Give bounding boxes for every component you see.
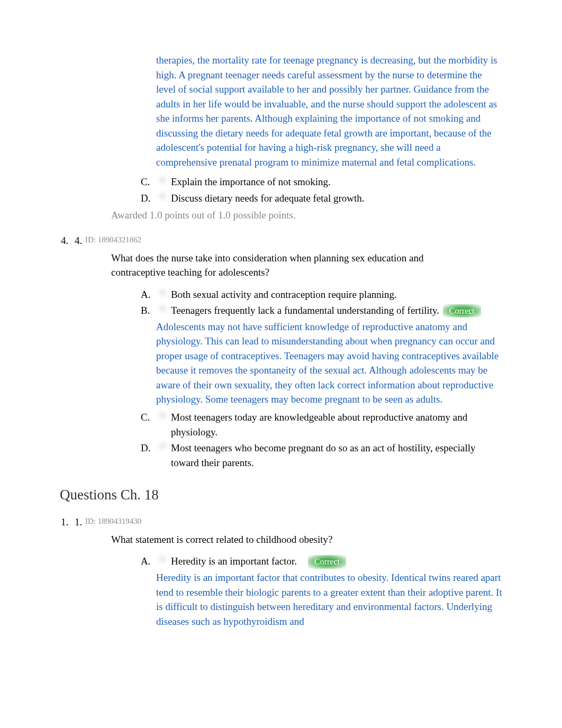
option-letter: D.: [141, 191, 157, 206]
question-outer-number: 1.: [61, 515, 75, 530]
radio-indicator-icon: [157, 410, 168, 421]
question3-option-c: C. Explain the importance of not smoking…: [141, 175, 504, 189]
question1-header: 1. 1. ID: 18904319430: [61, 515, 546, 530]
option-text-content: Heredity is an important factor.: [171, 556, 297, 567]
question4-option-c: C. Most teenagers today are knowledgeabl…: [141, 410, 504, 439]
question4-stem: What does the nurse take into considerat…: [111, 251, 467, 280]
radio-indicator-icon: [157, 191, 168, 202]
question-outer-number: 4.: [61, 233, 75, 248]
question3-explanation-continued: therapies, the mortality rate for teenag…: [156, 53, 504, 169]
option-text: Most teenagers who become pregnant do so…: [171, 441, 504, 470]
option-letter: C.: [141, 175, 157, 189]
question-inner-number: 4.: [75, 233, 85, 248]
question1-stem: What statement is correct related to chi…: [111, 532, 467, 547]
radio-indicator-icon: [157, 175, 168, 185]
option-text: Teenagers frequently lack a fundamental …: [171, 303, 504, 318]
option-letter: B.: [141, 303, 157, 318]
question4-explanation: Adolescents may not have sufficient know…: [156, 320, 504, 407]
option-text: Both sexual activity and contraception r…: [171, 287, 504, 302]
radio-indicator-icon: [157, 287, 168, 298]
option-letter: A.: [141, 554, 157, 569]
option-letter: D.: [141, 441, 157, 470]
question1-option-a: A. Heredity is an important factor. Corr…: [141, 554, 504, 569]
question4-option-a: A. Both sexual activity and contraceptio…: [141, 287, 504, 302]
question4-header: 4. 4. ID: 18904321862: [61, 233, 546, 248]
question1-explanation: Heredity is an important factor that con…: [156, 570, 504, 629]
option-text: Heredity is an important factor. Correct: [171, 554, 504, 569]
question3-option-d: D. Discuss dietary needs for adequate fe…: [141, 191, 504, 206]
correct-badge: Correct: [443, 304, 481, 317]
document-content: therapies, the mortality rate for teenag…: [61, 53, 546, 629]
option-text: Explain the importance of not smoking.: [171, 175, 504, 189]
correct-badge: Correct: [308, 555, 346, 568]
option-letter: A.: [141, 287, 157, 302]
chapter-heading: Questions Ch. 18: [60, 485, 546, 505]
radio-indicator-icon: [157, 554, 168, 565]
question-id: ID: 18904319430: [85, 515, 141, 530]
option-letter: C.: [141, 410, 157, 439]
option-text-content: Teenagers frequently lack a fundamental …: [171, 305, 439, 316]
question-inner-number: 1.: [75, 515, 85, 530]
points-awarded: Awarded 1.0 points out of 1.0 possible p…: [111, 208, 546, 223]
question4-option-b: B. Teenagers frequently lack a fundament…: [141, 303, 504, 318]
radio-indicator-icon: [157, 303, 168, 314]
question4-option-d: D. Most teenagers who become pregnant do…: [141, 441, 504, 470]
question-id: ID: 18904321862: [85, 233, 141, 248]
option-text: Most teenagers today are knowledgeable a…: [171, 410, 504, 439]
option-text: Discuss dietary needs for adequate fetal…: [171, 191, 504, 206]
radio-indicator-icon: [157, 441, 168, 451]
